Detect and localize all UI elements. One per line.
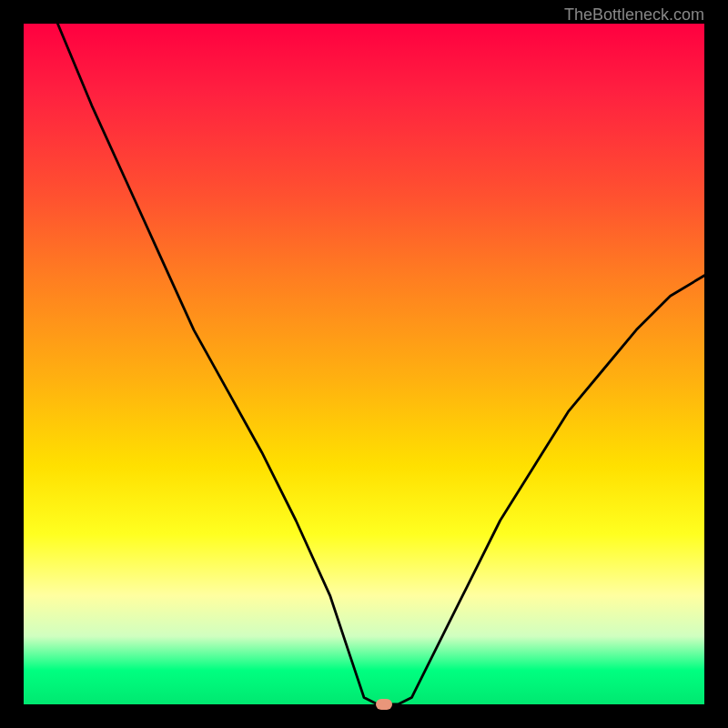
bottleneck-curve <box>57 24 704 704</box>
chart-root: TheBottleneck.com <box>0 0 728 728</box>
attribution-label: TheBottleneck.com <box>564 5 704 25</box>
minimum-marker <box>376 699 392 710</box>
curve-layer <box>24 24 704 704</box>
